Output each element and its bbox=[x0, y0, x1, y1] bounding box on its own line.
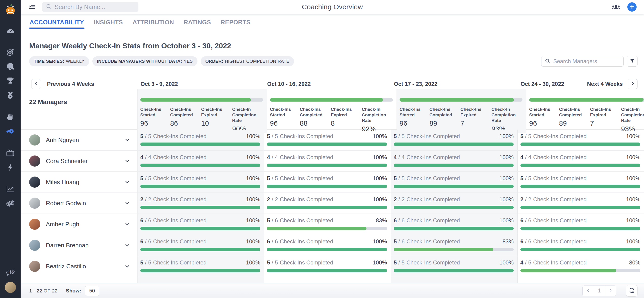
checkins-fraction: 4/4Check-Ins Completed bbox=[520, 154, 586, 161]
chevron-down-icon[interactable] bbox=[124, 221, 130, 227]
sidebar-user-avatar[interactable] bbox=[5, 282, 16, 293]
refresh-button[interactable] bbox=[626, 285, 638, 297]
sidebar-item-activity[interactable] bbox=[0, 161, 20, 175]
previous-weeks-button[interactable] bbox=[31, 79, 41, 89]
completion-progress bbox=[520, 269, 640, 272]
week-3-cell: 4/4Check-Ins Completed100% bbox=[391, 151, 518, 171]
chevron-down-icon[interactable] bbox=[124, 158, 130, 164]
tab-ratings[interactable]: RATINGS bbox=[183, 15, 211, 29]
global-search-input[interactable] bbox=[55, 3, 135, 11]
global-search[interactable] bbox=[42, 2, 138, 12]
prev-page-button[interactable] bbox=[583, 286, 594, 296]
sidebar-item-settings[interactable] bbox=[0, 197, 20, 211]
stat-value: 7 bbox=[590, 119, 621, 127]
line-chart-icon bbox=[6, 185, 14, 194]
sidebar-item-awards[interactable] bbox=[0, 74, 20, 88]
filter-button[interactable] bbox=[627, 56, 638, 67]
tab-reports[interactable]: REPORTS bbox=[220, 15, 251, 29]
week-1-cell: 2/2Check-Ins Completed100% bbox=[137, 193, 264, 214]
stat-value: 8 bbox=[331, 119, 362, 127]
next-page-button[interactable] bbox=[605, 286, 616, 296]
add-button[interactable] bbox=[627, 2, 636, 11]
stat-label: Completed bbox=[430, 112, 460, 118]
completion-progress bbox=[140, 248, 260, 251]
stat-label: Started bbox=[140, 112, 170, 118]
page-size-select[interactable]: 50 bbox=[85, 286, 99, 296]
manager-name-cell[interactable]: Amber Pugh bbox=[20, 214, 137, 235]
tv-icon bbox=[6, 149, 14, 158]
app-logo pumpkin-logo-icon[interactable] bbox=[4, 3, 17, 16]
checkins-fraction: 6/6Check-Ins Completed bbox=[520, 238, 586, 245]
chevron-down-icon[interactable] bbox=[124, 263, 130, 269]
tab-attribution[interactable]: ATTRIBUTION bbox=[132, 15, 174, 29]
raised-hand-icon bbox=[6, 113, 14, 122]
completion-pct: 100% bbox=[246, 217, 260, 224]
stat-label: Check-In bbox=[492, 107, 522, 112]
avatar bbox=[29, 198, 40, 209]
table-header-row: 22 Managers Check-InsStarted96 Check-Ins… bbox=[20, 89, 644, 130]
sidebar-collapse-icon[interactable] bbox=[29, 3, 36, 10]
people-group-icon[interactable] bbox=[612, 4, 620, 10]
week-1-cell: 5/5Check-Ins Completed100% bbox=[137, 256, 264, 277]
stat-label: Expired bbox=[331, 112, 362, 118]
stat-label: Expired bbox=[460, 112, 491, 118]
sidebar-item-coaching[interactable] bbox=[0, 124, 20, 139]
pagination: 1 bbox=[582, 286, 616, 296]
checkins-fraction: 4/4Check-Ins Completed bbox=[394, 154, 460, 161]
show-label: Show: bbox=[66, 288, 81, 294]
manager-name-cell[interactable]: Anh Nguyen bbox=[20, 130, 137, 150]
manager-name-cell[interactable]: Beatriz Castillo bbox=[20, 256, 137, 277]
manager-name-cell[interactable]: Darren Brennan bbox=[20, 235, 137, 256]
checkins-fraction: 4/4Check-Ins Completed bbox=[140, 154, 206, 161]
checkins-fraction: 5/5Check-Ins Completed bbox=[267, 259, 333, 266]
chevron-down-icon[interactable] bbox=[124, 200, 130, 206]
completion-pct: 83% bbox=[502, 238, 514, 245]
week-1-date: Oct 3 - 9, 2022 bbox=[137, 81, 264, 87]
stat-label: Check-Ins bbox=[559, 107, 590, 112]
checkins-fraction: 5/5Check-Ins Completed bbox=[140, 175, 206, 182]
stat-label: Check-Ins bbox=[529, 107, 559, 112]
completion-progress bbox=[520, 248, 640, 251]
sidebar-item-engagement[interactable] bbox=[0, 110, 20, 124]
sidebar: ?i bbox=[0, 0, 20, 298]
stat-label: Check-In bbox=[362, 107, 392, 112]
chevron-down-icon[interactable] bbox=[124, 137, 130, 143]
completion-pct: 100% bbox=[626, 217, 640, 224]
manager-name-cell[interactable]: Cora Schneider bbox=[20, 151, 137, 171]
sidebar-item-media[interactable] bbox=[0, 146, 20, 161]
stat-label: Check-Ins bbox=[590, 107, 621, 112]
page-title: Coaching Overview bbox=[302, 3, 363, 11]
completion-pct: 100% bbox=[626, 133, 640, 140]
tab-accountability[interactable]: ACCOUNTABILITY bbox=[29, 15, 84, 29]
manager-name-cell[interactable]: Miles Huang bbox=[20, 172, 137, 193]
chip-time-series[interactable]: TIME SERIES:WEEKLY bbox=[29, 56, 89, 66]
sidebar-item-help[interactable]: ?i bbox=[0, 270, 20, 278]
checkins-fraction: 2/2Check-Ins Completed bbox=[140, 196, 206, 203]
completion-pct: 100% bbox=[499, 133, 514, 140]
completion-progress bbox=[140, 206, 260, 209]
chip-include-managers[interactable]: INCLUDE MANAGERS WITHOUT DATA:YES bbox=[92, 56, 198, 66]
chevron-down-icon[interactable] bbox=[124, 242, 130, 248]
manager-name-cell[interactable]: Robert Godwin bbox=[20, 193, 137, 214]
next-weeks-button[interactable] bbox=[628, 79, 638, 89]
completion-pct: 100% bbox=[499, 175, 514, 182]
sidebar-item-achievements[interactable] bbox=[0, 88, 20, 103]
sidebar-item-analytics[interactable] bbox=[0, 182, 20, 197]
week-nav-row: Previous 4 Weeks Oct 3 - 9, 2022 Oct 10 … bbox=[20, 79, 644, 89]
chip-order[interactable]: ORDER:HIGHEST COMPLETION RATE bbox=[201, 56, 294, 66]
stat-value: 86 bbox=[170, 119, 201, 127]
sidebar-item-goals[interactable] bbox=[0, 45, 20, 60]
completion-pct: 100% bbox=[373, 133, 387, 140]
tab-insights[interactable]: INSIGHTS bbox=[93, 15, 124, 29]
chevron-down-icon[interactable] bbox=[124, 179, 130, 185]
table-row: Miles Huang 5/5Check-Ins Completed100% 5… bbox=[20, 172, 644, 193]
week-2-cell: 6/6Check-Ins Completed100% bbox=[264, 235, 390, 256]
manager-search-input[interactable] bbox=[553, 58, 620, 64]
sidebar-item-teams[interactable] bbox=[0, 60, 20, 74]
week-3-cell: 2/2Check-Ins Completed100% bbox=[391, 193, 518, 214]
manager-name: Anh Nguyen bbox=[46, 136, 79, 144]
manager-search[interactable] bbox=[541, 56, 624, 67]
week-2-cell: 5/5Check-Ins Completed100% bbox=[264, 130, 390, 150]
sidebar-item-dashboard[interactable] bbox=[0, 23, 20, 38]
stat-label: Completed bbox=[559, 112, 590, 118]
